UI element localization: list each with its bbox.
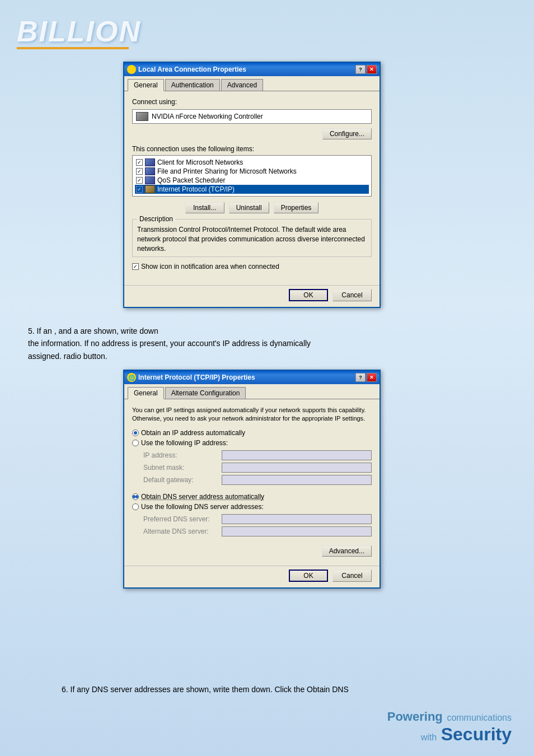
radio-use-ip[interactable] — [132, 440, 139, 446]
para1-line3: assigned. radio button. — [28, 350, 509, 362]
preferred-dns-label: Preferred DNS server: — [143, 515, 222, 523]
dialog1-footer: OK Cancel — [124, 285, 380, 307]
dialog-tcp-ip: 🌐 Internet Protocol (TCP/IP) Properties … — [123, 370, 381, 589]
show-icon-checkbox[interactable]: ✓ — [132, 263, 139, 270]
description-group-label: Description — [137, 215, 175, 223]
advanced-button[interactable]: Advanced... — [322, 545, 372, 557]
radio-use-dns-row[interactable]: Use the following DNS server addresses: — [132, 503, 372, 511]
logo-text: BILLION — [17, 17, 129, 46]
list-item[interactable]: ✓ QoS Packet Scheduler — [135, 176, 369, 185]
list-item[interactable]: ✓ File and Printer Sharing for Microsoft… — [135, 167, 369, 176]
radio-obtain-dns-label: Obtain DNS server address automatically — [141, 493, 264, 501]
tab-advanced-1[interactable]: Advanced — [221, 79, 263, 91]
paragraph-1: 5. If an , and a are shown, write down t… — [28, 325, 509, 362]
dialog2-body: You can get IP settings assigned automat… — [124, 399, 380, 566]
adapter-name: NVIDIA nForce Networking Controller — [152, 113, 263, 120]
ok-button-2[interactable]: OK — [289, 570, 328, 582]
alternate-dns-row: Alternate DNS server: — [132, 525, 372, 538]
description-text: Transmission Control Protocol/Internet P… — [137, 225, 367, 253]
checkbox-4[interactable]: ✓ — [136, 186, 143, 193]
cancel-button-2[interactable]: Cancel — [332, 570, 372, 582]
checkbox-1[interactable]: ✓ — [136, 159, 143, 166]
checkbox-3[interactable]: ✓ — [136, 177, 143, 184]
bottom-branding: Powering communications with Security — [387, 710, 512, 745]
radio-use-dns-label: Use the following DNS server addresses: — [141, 503, 264, 511]
items-label: This connection uses the following items… — [132, 145, 372, 153]
checkbox-2[interactable]: ✓ — [136, 168, 143, 175]
description-group: Description Transmission Control Protoco… — [132, 219, 372, 257]
tab-general-1[interactable]: General — [128, 79, 164, 91]
configure-row: Configure... — [132, 128, 372, 139]
show-icon-row: ✓ Show icon in notification area when co… — [132, 263, 372, 270]
para2-text: 6. If any DNS server addresses are shown… — [62, 685, 349, 694]
show-icon-label: Show icon in notification area when conn… — [141, 263, 279, 270]
radio-obtain-dns-row[interactable]: Obtain DNS server address automatically — [132, 493, 372, 501]
item-label-2: File and Printer Sharing for Microsoft N… — [157, 167, 297, 175]
subnet-mask-row: Subnet mask: — [132, 461, 372, 474]
uninstall-button[interactable]: Uninstall — [229, 202, 269, 213]
connect-label: Connect using: — [132, 98, 372, 106]
radio-use-ip-label: Use the following IP address: — [141, 439, 228, 447]
items-list: ✓ Client for Microsoft Networks ✓ File a… — [132, 155, 372, 197]
dialog2-title: Internet Protocol (TCP/IP) Properties — [138, 374, 255, 381]
radio-obtain-ip-label: Obtain an IP address automatically — [141, 429, 245, 437]
configure-button[interactable]: Configure... — [322, 128, 372, 139]
tab-alternate-config[interactable]: Alternate Configuration — [165, 387, 246, 399]
default-gateway-label: Default gateway: — [143, 476, 222, 484]
dialog-local-area-connection: ⚡ Local Area Connection Properties ? ✕ G… — [123, 62, 381, 308]
ip-address-input[interactable] — [222, 450, 372, 460]
dialog2-titlebar: 🌐 Internet Protocol (TCP/IP) Properties … — [124, 371, 380, 384]
install-button[interactable]: Install... — [185, 202, 224, 213]
preferred-dns-row: Preferred DNS server: — [132, 513, 372, 525]
default-gateway-row: Default gateway: — [132, 474, 372, 486]
tab-general-2[interactable]: General — [128, 387, 164, 399]
adapter-icon — [136, 112, 148, 121]
item-icon-1 — [145, 158, 155, 166]
subnet-mask-input[interactable] — [222, 463, 372, 473]
item-label-1: Client for Microsoft Networks — [157, 158, 243, 166]
radio-obtain-dns[interactable] — [132, 493, 139, 500]
titlebar-buttons: ? ✕ — [355, 65, 377, 74]
item-icon-2 — [145, 167, 155, 175]
item-icon-3 — [145, 176, 155, 184]
ok-button-1[interactable]: OK — [289, 289, 328, 301]
list-item[interactable]: ✓ Client for Microsoft Networks — [135, 158, 369, 167]
dialog2-footer: OK Cancel — [124, 566, 380, 587]
tabs-bar-1: General Authentication Advanced — [124, 76, 380, 91]
titlebar2-icon: 🌐 — [127, 373, 136, 382]
adapter-row: NVIDIA nForce Networking Controller — [132, 109, 372, 124]
para1-line2: the information. If no address is presen… — [28, 337, 509, 349]
titlebar-icon: ⚡ — [127, 65, 136, 74]
logo: BILLION — [17, 17, 129, 50]
security-text: with Security — [387, 724, 512, 745]
item-icon-4 — [145, 185, 155, 193]
list-item[interactable]: ✓ Internet Protocol (TCP/IP) — [135, 185, 369, 194]
default-gateway-input[interactable] — [222, 475, 372, 485]
ip-address-label: IP address: — [143, 451, 222, 459]
item-label-4: Internet Protocol (TCP/IP) — [157, 185, 235, 193]
dialog1-title: Local Area Connection Properties — [138, 66, 246, 73]
help-button[interactable]: ? — [355, 65, 366, 74]
ip-address-row: IP address: — [132, 449, 372, 461]
alternate-dns-input[interactable] — [222, 526, 372, 536]
cancel-button-1[interactable]: Cancel — [332, 289, 372, 301]
subnet-mask-label: Subnet mask: — [143, 464, 222, 472]
tab-authentication[interactable]: Authentication — [165, 79, 220, 91]
radio-use-dns[interactable] — [132, 503, 139, 510]
paragraph-2: 6. If any DNS server addresses are shown… — [62, 683, 476, 696]
radio-use-ip-row[interactable]: Use the following IP address: — [132, 439, 372, 447]
radio-obtain-ip-row[interactable]: Obtain an IP address automatically — [132, 429, 372, 437]
help-button-2[interactable]: ? — [355, 373, 366, 382]
info-text: You can get IP settings assigned automat… — [132, 406, 372, 423]
close-button[interactable]: ✕ — [367, 65, 377, 74]
radio-obtain-ip[interactable] — [132, 430, 139, 436]
properties-button[interactable]: Properties — [274, 202, 319, 213]
close-button-2[interactable]: ✕ — [367, 373, 377, 382]
dialog1-titlebar: ⚡ Local Area Connection Properties ? ✕ — [124, 63, 380, 76]
titlebar2-left: 🌐 Internet Protocol (TCP/IP) Properties — [127, 373, 255, 382]
powering-text: Powering communications — [387, 710, 512, 724]
action-buttons: Install... Uninstall Properties — [132, 202, 372, 213]
preferred-dns-input[interactable] — [222, 514, 372, 524]
item-label-3: QoS Packet Scheduler — [157, 176, 225, 184]
dialog1-body: Connect using: NVIDIA nForce Networking … — [124, 91, 380, 285]
